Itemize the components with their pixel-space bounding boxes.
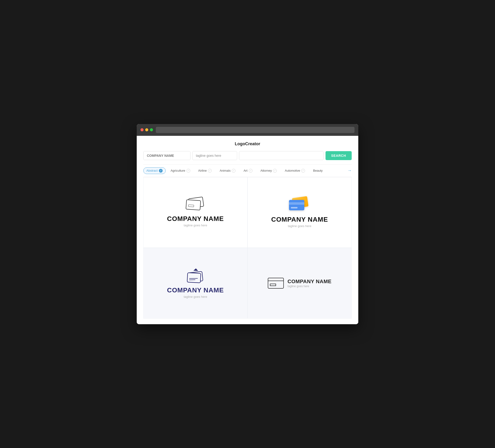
category-bar: Abstract ✓ Agriculture ✓ Airline ✓ Anima…	[143, 164, 352, 177]
traffic-lights	[140, 128, 153, 131]
animals-label: Animals	[220, 169, 231, 172]
logo1-tagline: tagline goes here	[184, 224, 207, 227]
logo-card-1[interactable]: COMPANY NAME tagline goes here	[143, 177, 248, 248]
next-arrow-icon[interactable]: →	[347, 168, 352, 173]
logo2-tagline: tagline goes here	[288, 224, 311, 228]
app-content: LogoCreator SEARCH Abstract ✓ Agricultur…	[137, 136, 358, 324]
minimize-button[interactable]	[145, 128, 148, 131]
category-abstract[interactable]: Abstract ✓	[143, 168, 166, 174]
outline-cards-icon	[186, 197, 205, 212]
logo-card-3[interactable]: COMPANY NAME tagline goes here	[143, 248, 248, 319]
extra-input[interactable]	[239, 151, 324, 160]
search-bar: SEARCH	[143, 151, 352, 160]
logo3-tagline: tagline goes here	[184, 295, 207, 298]
category-automotive[interactable]: Automotive ✓	[282, 168, 308, 174]
logo4-company-name: COMPANY NAME	[288, 279, 332, 285]
category-airline[interactable]: Airline ✓	[195, 168, 215, 174]
attorney-check-icon: ✓	[273, 169, 277, 173]
beauty-label: Beauty	[313, 169, 322, 172]
category-agriculture[interactable]: Agriculture ✓	[168, 168, 193, 174]
close-button[interactable]	[140, 128, 144, 131]
category-beauty[interactable]: Beauty	[310, 168, 326, 174]
horiz-card-shape	[268, 278, 284, 289]
airline-label: Airline	[198, 169, 207, 172]
search-button[interactable]: SEARCH	[326, 151, 352, 160]
tagline-input[interactable]	[192, 151, 237, 160]
browser-chrome	[137, 124, 358, 136]
category-animals[interactable]: Animals ✓	[217, 168, 239, 174]
logo3-company-name: COMPANY NAME	[167, 286, 224, 294]
company-name-input[interactable]	[143, 151, 191, 160]
abstract-label: Abstract	[146, 169, 158, 172]
art-label: Art	[244, 169, 248, 172]
logo-card-4[interactable]: COMPANY NAME tagline goes here	[248, 248, 352, 319]
abstract-check-icon: ✓	[159, 169, 163, 173]
browser-window: LogoCreator SEARCH Abstract ✓ Agricultur…	[137, 124, 358, 324]
app-title: LogoCreator	[143, 141, 352, 146]
agriculture-label: Agriculture	[171, 169, 185, 172]
art-check-icon: ✓	[249, 169, 252, 173]
automotive-check-icon: ✓	[301, 169, 305, 173]
agriculture-check-icon: ✓	[186, 169, 190, 173]
card-color-front	[289, 200, 304, 210]
maximize-button[interactable]	[150, 128, 153, 131]
address-bar[interactable]	[156, 127, 355, 133]
svg-marker-2	[193, 268, 198, 271]
horizontal-card-icon: COMPANY NAME tagline goes here	[268, 278, 332, 289]
card4-text-block: COMPANY NAME tagline goes here	[288, 279, 332, 288]
svg-rect-1	[187, 273, 201, 283]
logo-card-2[interactable]: COMPANY NAME tagline goes here	[248, 177, 352, 248]
house-card-icon	[186, 268, 205, 283]
logo1-company-name: COMPANY NAME	[167, 215, 224, 223]
logo2-company-name: COMPANY NAME	[271, 216, 328, 223]
logo4-tagline: tagline goes here	[288, 285, 332, 288]
card-outline-front	[186, 199, 201, 210]
airline-check-icon: ✓	[208, 169, 212, 173]
color-cards-icon	[289, 197, 310, 212]
logo-grid: COMPANY NAME tagline goes here COMPANY N…	[143, 177, 352, 319]
animals-check-icon: ✓	[232, 169, 235, 173]
category-art[interactable]: Art ✓	[240, 168, 256, 174]
automotive-label: Automotive	[285, 169, 300, 172]
category-attorney[interactable]: Attorney ✓	[257, 168, 280, 174]
attorney-label: Attorney	[261, 169, 272, 172]
